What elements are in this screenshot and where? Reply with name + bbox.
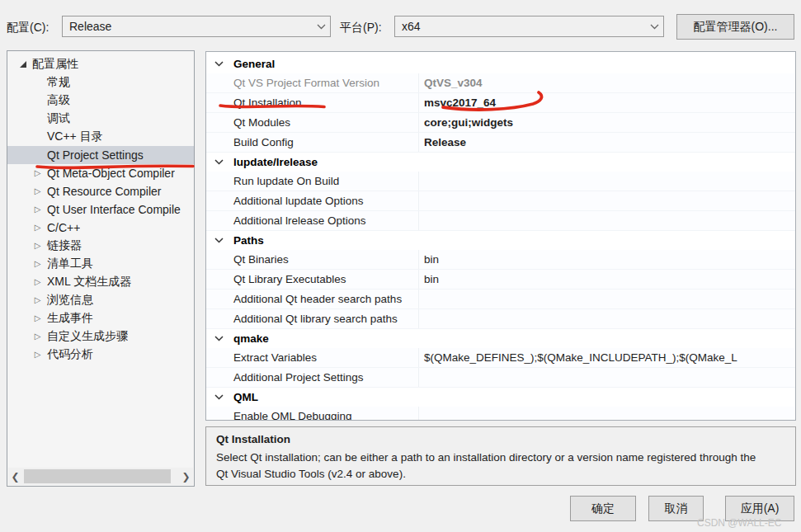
sidebar-item[interactable]: ▷ 清单工具 (7, 255, 194, 273)
property-pages-dialog: 配置(C): Release 平台(P): x64 配置管理器(O)... 配置… (0, 0, 801, 532)
property-label: Build Config (206, 133, 419, 152)
property-group-header[interactable]: qmake (206, 329, 795, 348)
property-row[interactable]: Qt Binaries bin (206, 250, 795, 270)
property-value[interactable] (419, 172, 795, 191)
property-row[interactable]: Extract Variables $(QMake_DEFINES_);$(QM… (206, 348, 795, 368)
sidebar-item[interactable]: ▷ 生成事件 (7, 309, 194, 327)
sidebar-item[interactable]: VC++ 目录 (7, 128, 194, 146)
sidebar-item[interactable]: 高级 (7, 92, 194, 110)
property-label: Additional Qt header search paths (206, 290, 419, 308)
property-value[interactable] (419, 407, 795, 421)
sidebar-item[interactable]: ▷ 代码分析 (7, 346, 194, 364)
property-value[interactable]: core;gui;widgets (419, 113, 795, 132)
property-value[interactable] (419, 290, 795, 308)
property-group-header[interactable]: General (206, 54, 795, 73)
property-label: Run lupdate On Build (206, 172, 419, 191)
sidebar-item[interactable]: Qt Project Settings (7, 146, 194, 164)
collapsed-triangle-icon: ▷ (32, 205, 43, 214)
property-value[interactable]: bin (419, 250, 795, 269)
property-label: Additional Qt library search paths (206, 309, 419, 328)
chevron-down-icon (645, 24, 663, 30)
chevron-down-icon (214, 159, 224, 165)
property-row[interactable]: Additional Qt library search paths (206, 309, 795, 329)
property-row[interactable]: Qt VS Project Format Version QtVS_v304 (206, 73, 795, 93)
platform-dropdown[interactable]: x64 (394, 16, 664, 37)
scroll-left-icon[interactable]: ❮ (8, 468, 22, 485)
property-group-header[interactable]: lupdate/lrelease (206, 153, 795, 172)
collapsed-triangle-icon: ▷ (32, 242, 43, 250)
chevron-down-icon (214, 336, 224, 341)
property-value[interactable] (419, 309, 795, 328)
property-value[interactable] (419, 211, 795, 230)
collapsed-triangle-icon: ▷ (32, 187, 43, 195)
configuration-value: Release (63, 20, 312, 33)
property-description-panel: Qt Installation Select Qt installation; … (205, 426, 796, 486)
collapsed-triangle-icon: ▷ (32, 224, 43, 232)
property-row[interactable]: Additional Project Settings (206, 368, 795, 388)
sidebar-item[interactable]: 调试 (7, 110, 194, 128)
sidebar-item[interactable]: ▷ 链接器 (7, 237, 194, 255)
property-label: Qt VS Project Format Version (206, 73, 419, 92)
horizontal-scrollbar[interactable]: ❮ ❯ (8, 468, 193, 485)
property-group-name: lupdate/lrelease (224, 156, 318, 168)
sidebar-item[interactable]: ▷ Qt Meta-Object Compiler (7, 164, 194, 182)
configuration-tree-panel: 配置属性 常规 高级 调试 VC++ 目录 Qt Project Setting… (7, 50, 195, 487)
property-value[interactable]: Release (419, 133, 795, 152)
property-group-header[interactable]: QML (206, 388, 795, 407)
property-label: Additional lrelease Options (206, 211, 419, 230)
property-row[interactable]: Additional Qt header search paths (206, 290, 795, 309)
property-row[interactable]: Enable QML Debugging (206, 407, 795, 421)
property-group-name: Paths (224, 234, 264, 247)
sidebar-item[interactable]: ▷ XML 文档生成器 (7, 273, 194, 291)
scroll-right-icon[interactable]: ❯ (179, 468, 193, 485)
configuration-dropdown[interactable]: Release (62, 16, 331, 37)
property-label: Qt Installation (206, 93, 419, 112)
property-row[interactable]: Qt Modules core;gui;widgets (206, 113, 795, 133)
platform-value: x64 (395, 20, 645, 33)
property-label: Additional Project Settings (206, 368, 419, 387)
property-value[interactable]: bin (419, 270, 795, 289)
property-row[interactable]: Build Config Release (206, 133, 795, 153)
collapsed-triangle-icon: ▷ (32, 260, 43, 268)
chevron-down-icon (312, 24, 330, 30)
property-value[interactable]: msvc2017_64 (419, 93, 795, 112)
sidebar-item[interactable]: ▷ Qt User Interface Compile (7, 200, 194, 219)
sidebar-item[interactable]: 常规 (7, 73, 194, 92)
scrollbar-track[interactable] (22, 468, 179, 485)
sidebar-item[interactable]: 配置属性 (7, 55, 194, 73)
configuration-label: 配置(C): (7, 21, 49, 35)
property-group-header[interactable]: Paths (206, 231, 795, 250)
collapsed-triangle-icon: ▷ (32, 278, 43, 286)
watermark: CSDN @WALL-EC (697, 517, 781, 529)
property-label: Extract Variables (206, 348, 419, 367)
collapsed-triangle-icon: ▷ (32, 314, 43, 322)
property-value[interactable] (419, 368, 795, 387)
collapsed-triangle-icon: ▷ (32, 332, 43, 341)
scrollbar-thumb[interactable] (24, 469, 171, 483)
configuration-manager-button[interactable]: 配置管理器(O)... (676, 14, 794, 40)
property-row[interactable]: Additional lupdate Options (206, 191, 795, 211)
description-text: Select Qt installation; can be either a … (216, 450, 761, 482)
property-group-name: General (224, 58, 275, 70)
sidebar-item[interactable]: ▷ C/C++ (7, 219, 194, 237)
collapsed-triangle-icon: ▷ (32, 169, 43, 177)
property-row[interactable]: Qt Installation msvc2017_64 (206, 93, 795, 113)
sidebar-item[interactable]: ▷ 自定义生成步骤 (7, 327, 194, 346)
property-value[interactable]: QtVS_v304 (419, 73, 795, 92)
property-row[interactable]: Additional lrelease Options (206, 211, 795, 231)
property-row[interactable]: Qt Library Executables bin (206, 270, 795, 290)
collapsed-triangle-icon: ▷ (32, 296, 43, 304)
property-value[interactable] (419, 191, 795, 210)
description-title: Qt Installation (216, 433, 785, 445)
sidebar-item[interactable]: ▷ 浏览信息 (7, 291, 194, 309)
property-label: Qt Modules (206, 113, 419, 132)
platform-label: 平台(P): (340, 21, 382, 35)
chevron-down-icon (214, 238, 224, 243)
property-label: Enable QML Debugging (206, 407, 419, 421)
sidebar-item[interactable]: ▷ Qt Resource Compiler (7, 182, 194, 200)
ok-button[interactable]: 确定 (570, 496, 636, 521)
property-row[interactable]: Run lupdate On Build (206, 172, 795, 191)
cancel-button[interactable]: 取消 (648, 496, 704, 521)
property-value[interactable]: $(QMake_DEFINES_);$(QMake_INCLUDEPATH_);… (419, 348, 795, 367)
chevron-down-icon (214, 61, 224, 67)
